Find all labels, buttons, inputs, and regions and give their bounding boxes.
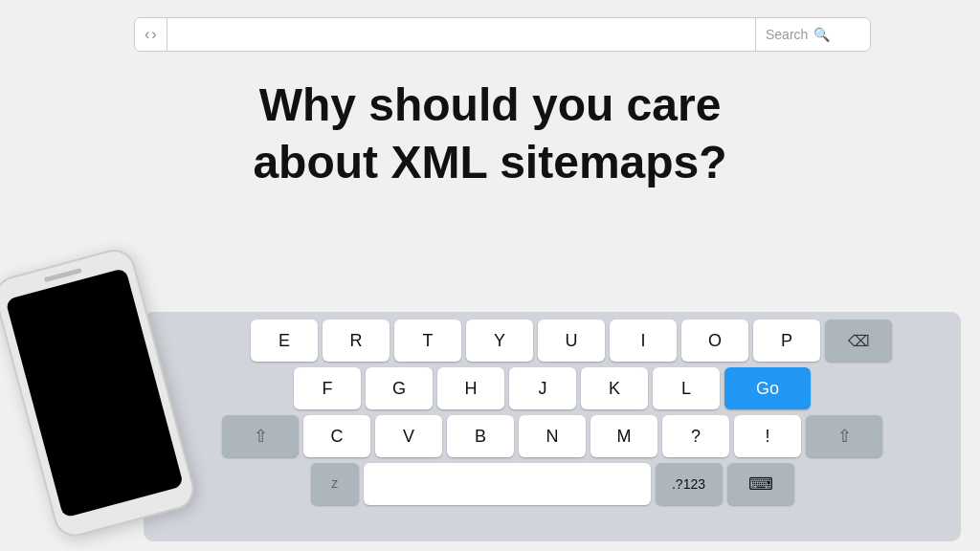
forward-button[interactable]: › xyxy=(151,26,156,43)
phone-body xyxy=(0,245,198,540)
shift-right-key[interactable]: ⇧ xyxy=(806,415,882,457)
keyboard: E R T Y U I O P ⌫ F G H J K L Go ⇧ C V B… xyxy=(144,312,961,541)
letter-switch-left[interactable]: Z xyxy=(311,463,359,505)
key-f[interactable]: F xyxy=(294,367,361,409)
key-r[interactable]: R xyxy=(323,320,390,362)
keyboard-row-1: E R T Y U I O P ⌫ xyxy=(149,320,955,362)
back-button[interactable]: ‹ xyxy=(145,26,149,43)
key-question[interactable]: ? xyxy=(662,415,729,457)
key-g[interactable]: G xyxy=(366,367,433,409)
key-c[interactable]: C xyxy=(303,415,370,457)
key-y[interactable]: Y xyxy=(466,320,533,362)
key-i[interactable]: I xyxy=(610,320,677,362)
key-u[interactable]: U xyxy=(538,320,605,362)
keyboard-dismiss-key[interactable]: ⌨ xyxy=(727,463,794,505)
browser-bar: ‹ › Search 🔍 xyxy=(134,17,871,52)
search-icon: 🔍 xyxy=(813,27,830,42)
key-m[interactable]: M xyxy=(590,415,657,457)
key-q-partial xyxy=(212,320,246,362)
key-exclaim[interactable]: ! xyxy=(734,415,801,457)
nav-buttons: ‹ › xyxy=(135,18,167,51)
numbers-key[interactable]: .?123 xyxy=(656,463,723,505)
keyboard-row-2: F G H J K L Go xyxy=(149,367,955,409)
key-o[interactable]: O xyxy=(681,320,748,362)
heading-line1: Why should you care xyxy=(0,77,980,134)
keyboard-row-3: ⇧ C V B N M ? ! ⇧ xyxy=(149,415,955,457)
search-label: Search xyxy=(766,27,808,42)
key-l[interactable]: L xyxy=(653,367,720,409)
search-box[interactable]: Search 🔍 xyxy=(755,18,870,51)
key-v[interactable]: V xyxy=(375,415,442,457)
phone-screen xyxy=(5,268,184,518)
key-n[interactable]: N xyxy=(519,415,586,457)
key-h[interactable]: H xyxy=(437,367,504,409)
key-t[interactable]: T xyxy=(394,320,461,362)
space-key[interactable] xyxy=(364,463,651,505)
go-button[interactable]: Go xyxy=(724,367,811,409)
key-b[interactable]: B xyxy=(447,415,514,457)
key-j[interactable]: J xyxy=(509,367,576,409)
shift-left-key[interactable]: ⇧ xyxy=(222,415,299,457)
key-k[interactable]: K xyxy=(581,367,648,409)
phone xyxy=(0,245,198,540)
delete-key[interactable]: ⌫ xyxy=(825,320,892,362)
key-e[interactable]: E xyxy=(251,320,318,362)
key-p[interactable]: P xyxy=(753,320,820,362)
heading-line2: about XML sitemaps? xyxy=(0,134,980,191)
keyboard-row-4: Z .?123 ⌨ xyxy=(149,463,955,505)
main-heading: Why should you care about XML sitemaps? xyxy=(0,77,980,191)
